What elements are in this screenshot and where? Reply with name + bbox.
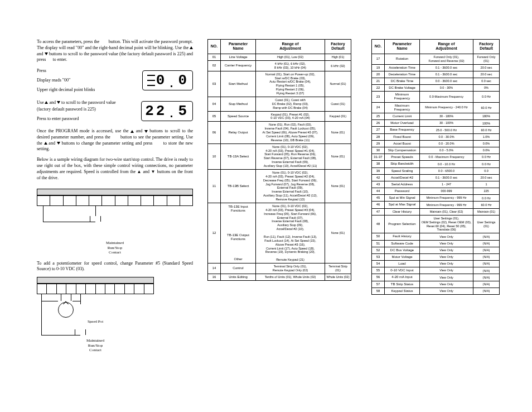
terminal-strip-2 bbox=[37, 284, 154, 294]
cell-default: 60.0 Hz bbox=[473, 202, 500, 208]
middle-column: NO. Parameter Name Range of Adjustment F… bbox=[207, 39, 351, 352]
table-header-row: NO. Parameter Name Range of Adjustment F… bbox=[208, 40, 351, 54]
wiring-intro-paragraph: Below is a sample wiring diagram for two… bbox=[37, 157, 193, 181]
lcd2-left-digits: 22 bbox=[145, 103, 167, 119]
cell-name: Minimum Frequency bbox=[385, 92, 420, 102]
cell-range: Terminal Strip Only (01), Remote Keypad … bbox=[256, 264, 325, 274]
cell-range: Minimum Frequency - 999 Hz bbox=[420, 195, 473, 202]
table-row: 57TB Strip StatusView Only(N/A) bbox=[372, 281, 500, 288]
cell-range: 30 - 100% bbox=[420, 120, 473, 127]
cell-range: Tenths of Units (01), Whole Units (02) bbox=[256, 274, 325, 280]
cell-name: 4-20 mA Input bbox=[385, 274, 420, 281]
table-row: 47Clear HistoryMaintain (01), Clear (02)… bbox=[372, 208, 500, 215]
cell-range: 0.0 - 3600.0 sec bbox=[420, 78, 473, 84]
cell-name: Control bbox=[221, 264, 256, 274]
col-default-header: Factory Default bbox=[325, 40, 351, 54]
cell-name: DC Brake Time bbox=[385, 78, 420, 84]
table-row: 17RotationForward Only (01), Forward and… bbox=[372, 54, 500, 64]
table-row: 01Line VoltageHigh (01), Low (02)High (0… bbox=[208, 54, 351, 60]
cell-name: Units Editing bbox=[221, 274, 256, 280]
cell-range: View Only bbox=[420, 247, 473, 253]
down-arrow-icon bbox=[45, 52, 48, 55]
cell-name: Password bbox=[385, 188, 420, 195]
cell-no: 54 bbox=[372, 261, 385, 267]
cell-default: 0.0 Hz bbox=[473, 161, 500, 167]
cell-range: 0.1 - 3600.0 sec bbox=[420, 174, 473, 181]
cell-no: 20 bbox=[372, 71, 385, 78]
right-column: NO. Parameter Name Range of Adjustment F… bbox=[371, 39, 500, 352]
cell-no: 42 bbox=[372, 174, 385, 181]
cell-default: 180% bbox=[473, 113, 500, 120]
cell-name: Start Method bbox=[221, 71, 256, 97]
cell-range: 0.1 - 3600.0 sec bbox=[420, 64, 473, 71]
cell-name: Current Limit bbox=[385, 113, 420, 120]
cell-default: 0.0 sec bbox=[473, 78, 500, 84]
cell-no: 24 bbox=[372, 102, 385, 113]
cell-name: Fault History bbox=[385, 233, 420, 240]
cell-name: Acceleration Time bbox=[385, 64, 420, 71]
cell-range: View Only bbox=[420, 233, 473, 240]
cell-range: Normal (01), Start on Power-up (02), Sta… bbox=[256, 71, 325, 97]
cell-default: Keypad (01) bbox=[325, 111, 351, 122]
table-row: 43Serial Address1 - 2471 bbox=[372, 181, 500, 188]
cell-range: Keypad (01), Preset #1 (02), 0-10 VDC (0… bbox=[256, 111, 325, 122]
table-row: 03Start MethodNormal (01), Start on Powe… bbox=[208, 71, 351, 97]
cell-default: 225 bbox=[473, 188, 500, 195]
cell-name: Carrier Frequency bbox=[221, 60, 256, 71]
cell-name: DC Brake Voltage bbox=[385, 85, 420, 92]
cell-no: 14 bbox=[208, 264, 221, 274]
pot-intro-paragraph: To add a potentiometer for speed control… bbox=[37, 261, 193, 273]
cell-name: Program Selection bbox=[385, 215, 420, 233]
cell-no: 02 bbox=[208, 60, 221, 71]
cell-no: 31-37 bbox=[372, 154, 385, 161]
cell-default: 0.0 Hz bbox=[473, 195, 500, 202]
cell-name: Skip Bandwidth bbox=[385, 161, 420, 167]
lcd-display-1: 0 . 0 bbox=[142, 70, 193, 90]
lcd2-right-digit: 5 bbox=[178, 103, 189, 119]
cell-no: 21 bbox=[372, 78, 385, 84]
table-row: 27Base Frequency25.0 - 500.0 Hz60.0 Hz bbox=[372, 127, 500, 133]
cell-range: High (01), Low (02) bbox=[256, 54, 325, 60]
cell-name: Clear History bbox=[385, 208, 420, 215]
cell-range: 30 - 180% bbox=[420, 113, 473, 120]
cell-name: Fixed Boost bbox=[385, 133, 420, 140]
table-row: 20Deceleration Time0.1 - 3600.0 sec20.0 … bbox=[372, 71, 500, 78]
up-arrow-icon bbox=[44, 142, 47, 145]
cell-no: 26 bbox=[372, 120, 385, 127]
cell-name: Keypad Status bbox=[385, 288, 420, 294]
table-row: 28Fixed Boost0.0 - 30.0%1.0% bbox=[372, 133, 500, 140]
program-mode-paragraph: Once the PROGRAM mode is accessed, use t… bbox=[37, 128, 193, 152]
down-arrow-icon bbox=[144, 130, 148, 133]
col-name-header: Parameter Name bbox=[385, 40, 420, 54]
cell-range: User Settings (01), OEM Settings (02), R… bbox=[420, 215, 473, 233]
cell-name: Accel/Decel #2 bbox=[385, 174, 420, 181]
cell-default: Maintain (01) bbox=[473, 208, 500, 215]
cell-no: 47 bbox=[372, 208, 385, 215]
cell-default: None (01) bbox=[325, 143, 351, 169]
intro-paragraph: To access the parameters, press the butt… bbox=[37, 39, 193, 63]
table-row: 14ControlTerminal Strip Only (01), Remot… bbox=[208, 264, 351, 274]
cell-name: Motor Voltage bbox=[385, 253, 420, 260]
cell-name: Spd at Max Signal bbox=[385, 202, 420, 208]
cell-range: View Only bbox=[420, 281, 473, 288]
table-row: 30Slip Compensation0.0 - 5.0%0.0% bbox=[372, 147, 500, 154]
table-row: 04Stop MethodCoast (01), Coast with DC B… bbox=[208, 97, 351, 111]
cell-no: 19 bbox=[372, 64, 385, 71]
press-enter-line: Press to enter password bbox=[37, 116, 126, 123]
cell-default: 0% bbox=[473, 85, 500, 92]
cell-name: Stop Method bbox=[221, 97, 256, 111]
cell-default: 60.0 Hz bbox=[473, 127, 500, 133]
cell-range: 000-999 bbox=[420, 188, 473, 195]
table-row: 22DC Brake Voltage0.0 - 30%0% bbox=[372, 85, 500, 92]
cell-range: 1 - 247 bbox=[420, 181, 473, 188]
table-row: 564-20 mA InputView Only(N/A) bbox=[372, 274, 500, 281]
cell-no: 50 bbox=[372, 233, 385, 240]
cell-range: 25.0 - 500.0 Hz bbox=[420, 127, 473, 133]
lcd1-right-digit: 0 bbox=[178, 72, 189, 89]
cell-name: Maximum Frequency bbox=[385, 102, 420, 113]
cell-no: 55 bbox=[372, 267, 385, 274]
cell-no: 48 bbox=[372, 215, 385, 233]
table-row: 10TB-13A SelectNone (01), 0-10 VDC (02),… bbox=[208, 143, 351, 169]
maintained-label-2: Maintained Run/Stop Contact bbox=[37, 338, 154, 352]
table-row: 52DC Bus VoltageView Only(N/A) bbox=[372, 247, 500, 253]
